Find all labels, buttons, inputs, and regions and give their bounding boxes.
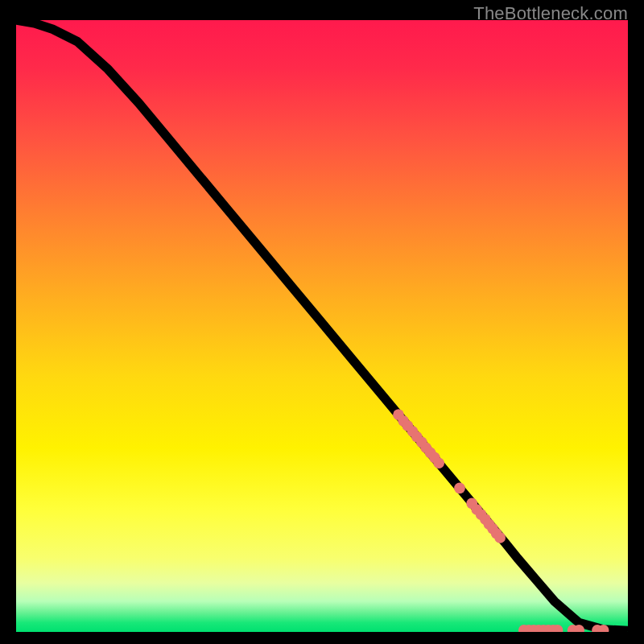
chart-plot-area [16,20,628,632]
data-point [433,457,444,469]
data-point [454,483,465,494]
data-points-group [393,409,609,632]
performance-curve [16,20,628,630]
data-point [494,532,506,543]
chart-svg [16,20,628,632]
